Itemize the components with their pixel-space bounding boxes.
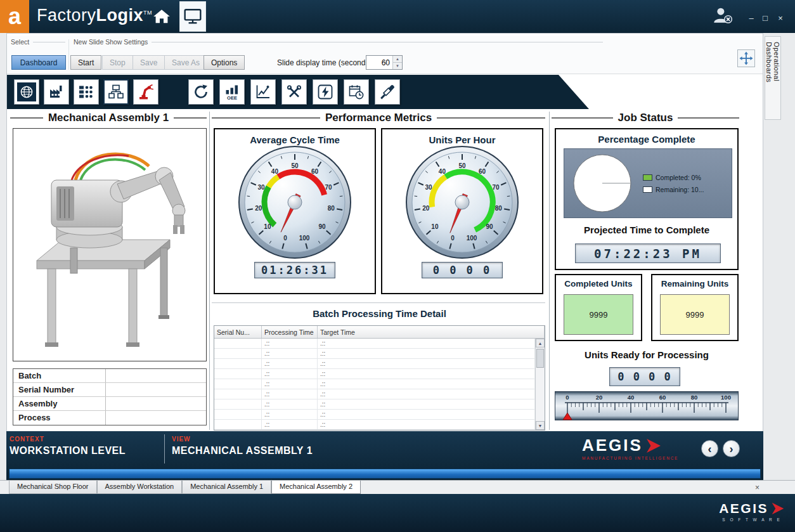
group-separator: [68, 39, 69, 70]
operational-dashboards-tab[interactable]: Operational Dashboards: [765, 36, 781, 120]
stop-button[interactable]: Stop: [102, 55, 133, 70]
toolbar-tools-button[interactable]: [281, 79, 307, 105]
info-value: [106, 411, 206, 425]
maximize-button[interactable]: □: [759, 12, 771, 23]
user-logoff-button[interactable]: [711, 6, 733, 27]
batch-table-header: Serial Nu... Processing Time Target Time: [214, 326, 545, 339]
table-row[interactable]: .::.::: [214, 410, 535, 420]
scroll-down-icon[interactable]: ▼: [536, 421, 545, 430]
table-row[interactable]: .::.::: [214, 369, 535, 379]
column-header-processing-time[interactable]: Processing Time: [262, 326, 318, 338]
tab-assembly-workstation[interactable]: Assembly Workstation: [97, 481, 183, 494]
start-button[interactable]: Start: [70, 55, 101, 70]
options-button[interactable]: Options: [204, 55, 245, 70]
status-divider: [164, 434, 165, 464]
toolbar-globe-button[interactable]: [14, 79, 39, 105]
previous-view-button[interactable]: ‹: [701, 440, 718, 457]
table-row[interactable]: .::.::: [214, 339, 535, 349]
table-cell: .::: [318, 410, 535, 419]
workstation-icon: [108, 84, 124, 100]
job-info-table: Batch Serial Number Assembly Process: [13, 368, 207, 425]
minimize-button[interactable]: –: [746, 12, 757, 23]
tab-close-button[interactable]: ×: [755, 483, 759, 492]
table-cell: .::: [262, 349, 318, 358]
table-row[interactable]: .::.::: [214, 389, 535, 399]
percentage-complete-pie: [571, 152, 634, 215]
table-cell: .::: [318, 389, 535, 399]
scroll-thumb[interactable]: [536, 349, 544, 368]
next-view-button[interactable]: ›: [723, 440, 740, 457]
select-group-caption: Select: [11, 38, 65, 46]
table-row[interactable]: .::.::: [214, 349, 535, 359]
spin-down-icon[interactable]: ▼: [393, 63, 402, 69]
slide-time-spinner[interactable]: ▲▼: [392, 56, 402, 69]
toolbar-trend-button[interactable]: [250, 79, 276, 105]
table-cell: [214, 359, 262, 368]
average-cycle-time-panel: Average Cycle Time 010203040506070809010…: [214, 128, 376, 294]
table-row[interactable]: .::.::: [214, 379, 535, 389]
svg-text:80: 80: [495, 205, 503, 212]
projected-time-title: Projected Time to Complete: [556, 224, 737, 235]
tab-mechanical-assembly-2[interactable]: Mechanical Assembly 2: [271, 481, 361, 494]
footer-aegis-logo: AEGIS S O F T W A R E: [719, 501, 785, 522]
tab-mechanical-assembly-1[interactable]: Mechanical Assembly 1: [182, 481, 271, 494]
save-button[interactable]: Save: [132, 55, 165, 70]
info-value: [106, 369, 206, 382]
column-header-target-time[interactable]: Target Time: [318, 326, 545, 338]
table-cell: .::: [318, 379, 535, 389]
move-panel-button[interactable]: [737, 49, 755, 67]
svg-text:100: 100: [299, 235, 310, 242]
svg-text:80: 80: [328, 205, 335, 212]
toolbar-refresh-button[interactable]: [188, 79, 214, 105]
table-cell: [214, 399, 262, 409]
toolbar-workstation-button[interactable]: [103, 79, 129, 105]
toolbar-factory-button[interactable]: [44, 79, 69, 105]
dashboards-monitor-button[interactable]: [179, 1, 206, 32]
move-icon: [739, 51, 753, 65]
table-row[interactable]: .::.::: [214, 399, 535, 410]
svg-text:100: 100: [467, 235, 477, 242]
table-row[interactable]: .::.::: [214, 359, 535, 369]
legend-item-completed: Completed: 0%: [643, 174, 704, 181]
table-cell: .::: [318, 399, 535, 409]
globe-icon: [19, 84, 34, 100]
table-row[interactable]: .::.::: [214, 420, 535, 430]
completed-units-value: 9999: [564, 294, 633, 335]
svg-text:20: 20: [422, 205, 430, 212]
legend-swatch-remaining: [643, 186, 652, 193]
table-cell: .::: [262, 369, 318, 379]
factory-icon: [48, 84, 65, 100]
toolbar-robot-button[interactable]: [133, 79, 158, 105]
svg-text:20: 20: [596, 394, 603, 401]
table-scrollbar[interactable]: ▲ ▼: [535, 339, 545, 430]
tab-mechanical-shop-floor[interactable]: Mechanical Shop Floor: [9, 481, 97, 494]
slide-progress-bar: [9, 469, 761, 479]
toolbar-power-button[interactable]: [313, 79, 338, 105]
spin-up-icon[interactable]: ▲: [393, 56, 402, 63]
column-header-serial[interactable]: Serial Nu...: [214, 326, 262, 338]
units-ready-scale: 020406080100: [555, 391, 739, 422]
slideshow-group-caption: New Slide Show Settings: [74, 38, 603, 46]
svg-text:80: 80: [691, 394, 698, 401]
toolbar-oee-button[interactable]: OEE: [219, 79, 245, 105]
context-label: CONTEXT: [10, 436, 44, 443]
save-as-button[interactable]: Save As: [164, 55, 207, 70]
table-cell: .::: [262, 359, 318, 368]
svg-text:60: 60: [479, 168, 486, 175]
home-button[interactable]: [152, 8, 171, 27]
svg-text:50: 50: [458, 162, 466, 169]
info-value: [106, 383, 206, 396]
toolbar-process-flow-button[interactable]: [74, 79, 99, 105]
aegis-logo-text: AEGIS: [582, 436, 643, 455]
toolbar-schedule-button[interactable]: [344, 79, 369, 105]
close-button[interactable]: ×: [775, 12, 786, 23]
screwdriver-icon: [379, 84, 396, 100]
toolbar-screwdriver-button[interactable]: [375, 79, 400, 105]
svg-text:20: 20: [255, 205, 262, 212]
aegis-logo-subtext: MANUFACTURING INTELLIGENCE: [582, 456, 678, 460]
scroll-up-icon[interactable]: ▲: [536, 339, 545, 347]
units-per-hour-panel: Units Per Hour 0102030405060708090100 0 …: [381, 128, 543, 294]
dashboard-button[interactable]: Dashboard: [11, 55, 66, 70]
average-cycle-time-display: 01:26:31: [254, 262, 335, 278]
slide-time-input[interactable]: [366, 56, 392, 69]
